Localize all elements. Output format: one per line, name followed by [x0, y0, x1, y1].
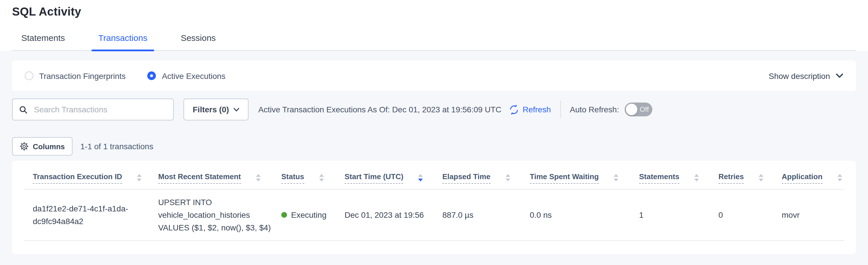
- auto-refresh-label: Auto Refresh:: [570, 105, 619, 114]
- table-header-row: Transaction Execution ID Most Recent Sta…: [24, 161, 844, 189]
- tab-bar: Statements Transactions Sessions: [12, 33, 856, 51]
- show-description-label: Show description: [769, 71, 830, 80]
- sort-icon[interactable]: [256, 174, 260, 182]
- results-count: 1-1 of 1 transactions: [80, 142, 153, 151]
- toggle-knob[interactable]: [626, 104, 637, 115]
- refresh-button[interactable]: Refresh: [509, 105, 551, 114]
- page-title: SQL Activity: [12, 5, 856, 19]
- filters-label: Filters (0): [193, 105, 229, 114]
- radio-label: Active Executions: [162, 71, 225, 80]
- chevron-down-icon: [836, 73, 843, 78]
- gear-icon: [20, 142, 29, 151]
- sort-icon[interactable]: [614, 174, 618, 182]
- sort-icon[interactable]: [319, 174, 323, 182]
- as-of-text: Active Transaction Executions As Of: Dec…: [258, 105, 501, 114]
- view-mode-card: Transaction Fingerprints Active Executio…: [12, 60, 856, 91]
- table-row[interactable]: da1f21e2-de71-4c1f-a1da- dc9fc94a84a2 UP…: [24, 189, 844, 240]
- cell-start-time: Dec 01, 2023 at 19:56: [345, 189, 442, 240]
- refresh-icon: [509, 105, 519, 114]
- radio-unselected-icon[interactable]: [25, 72, 33, 80]
- cell-elapsed-time: 887.0 µs: [442, 189, 530, 240]
- column-header-elapsed-time[interactable]: Elapsed Time: [442, 161, 530, 189]
- search-input[interactable]: [33, 104, 167, 115]
- column-header-statements[interactable]: Statements: [639, 161, 718, 189]
- cell-time-spent-waiting: 0.0 ns: [530, 189, 639, 240]
- status-executing-dot-icon: [281, 212, 287, 218]
- refresh-label: Refresh: [523, 105, 551, 114]
- column-header-most-recent-statement[interactable]: Most Recent Statement: [158, 161, 281, 189]
- transactions-table: Transaction Execution ID Most Recent Sta…: [24, 161, 844, 241]
- column-header-application[interactable]: Application: [782, 161, 844, 189]
- search-icon: [19, 105, 28, 114]
- search-box[interactable]: [12, 99, 174, 121]
- column-header-status[interactable]: Status: [281, 161, 345, 189]
- sort-icon[interactable]: [759, 174, 763, 182]
- sort-icon[interactable]: [137, 174, 142, 182]
- tab-transactions[interactable]: Transactions: [91, 33, 154, 50]
- columns-label: Columns: [33, 142, 65, 151]
- tab-sessions[interactable]: Sessions: [174, 33, 223, 50]
- sort-icon[interactable]: [838, 174, 842, 182]
- column-header-time-spent-waiting[interactable]: Time Spent Waiting: [530, 161, 639, 189]
- toggle-state-label: Off: [640, 105, 649, 113]
- transactions-table-card: Transaction Execution ID Most Recent Sta…: [12, 161, 856, 254]
- cell-statements: 1: [639, 189, 718, 240]
- column-header-start-time[interactable]: Start Time (UTC): [345, 161, 442, 189]
- toolbar-divider: [560, 101, 561, 118]
- column-header-transaction-execution-id[interactable]: Transaction Execution ID: [24, 161, 158, 189]
- auto-refresh-toggle[interactable]: Off: [625, 103, 652, 116]
- radio-label: Transaction Fingerprints: [39, 71, 126, 80]
- radio-active-executions[interactable]: Active Executions: [148, 71, 225, 80]
- column-header-retries[interactable]: Retries: [718, 161, 782, 189]
- chevron-down-icon: [234, 107, 239, 111]
- cell-status: Executing: [281, 189, 345, 240]
- page-header: SQL Activity Statements Transactions Ses…: [0, 0, 868, 51]
- table-controls: Columns 1-1 of 1 transactions: [12, 137, 856, 156]
- sort-icon[interactable]: [694, 174, 699, 182]
- toolbar: Filters (0) Active Transaction Execution…: [12, 99, 856, 121]
- tab-statements[interactable]: Statements: [14, 33, 72, 50]
- cell-most-recent-statement: UPSERT INTO vehicle_location_histories V…: [158, 189, 281, 240]
- sort-icon[interactable]: [505, 174, 510, 182]
- radio-selected-icon[interactable]: [148, 72, 156, 80]
- cell-retries: 0: [718, 189, 782, 240]
- sort-icon-active-desc[interactable]: [418, 174, 423, 182]
- cell-application: movr: [782, 189, 844, 240]
- columns-button[interactable]: Columns: [12, 137, 72, 156]
- app-viewport: SQL Activity Statements Transactions Ses…: [0, 0, 868, 265]
- filters-button[interactable]: Filters (0): [184, 99, 248, 121]
- radio-transaction-fingerprints[interactable]: Transaction Fingerprints: [25, 71, 126, 80]
- show-description-toggle[interactable]: Show description: [769, 71, 843, 80]
- cell-transaction-execution-id[interactable]: da1f21e2-de71-4c1f-a1da- dc9fc94a84a2: [24, 189, 158, 240]
